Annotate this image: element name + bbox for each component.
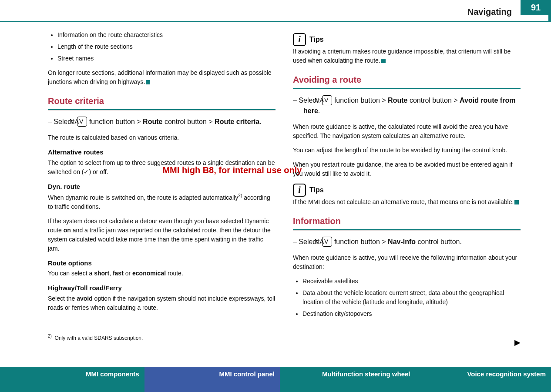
bottom-nav: MMI components MMI control panel Multifu… (0, 367, 551, 392)
section-rule (293, 88, 521, 89)
instruction-step: – Select: NAV function button > Route co… (48, 117, 276, 127)
section-rule (48, 109, 276, 111)
paragraph: When route guidance is active, the calcu… (293, 122, 521, 141)
continue-icon: ▶ (514, 337, 521, 348)
list-item: Information on the route characteristics (57, 30, 276, 40)
sub-heading-alternative-routes: Alternative routes (48, 147, 276, 157)
tab-mmi-control-panel[interactable]: MMI control panel (144, 367, 280, 392)
tips-body: If the MMI does not calculate an alterna… (293, 198, 521, 207)
list-item: Destination city/stopovers (302, 309, 521, 318)
instruction-step: – Select: NAV function button > Nav-Info… (293, 237, 521, 247)
list-item: Length of the route sections (57, 42, 276, 51)
sub-heading-route-options: Route options (48, 258, 276, 268)
tab-voice-recognition-system[interactable]: Voice recognition system (416, 367, 551, 392)
paragraph: When route guidance is active, you will … (293, 253, 521, 271)
list-item: Receivable satellites (302, 277, 521, 286)
paragraph: When dynamic route is switched on, the r… (48, 192, 276, 211)
footnote: 2) Only with a valid SDARS subscription. (48, 333, 276, 342)
info-bullets: Receivable satellites Data about the veh… (293, 277, 521, 318)
nav-button-glyph: NAV (77, 117, 87, 127)
instruction-step: – Select: NAV function button > Route co… (293, 95, 521, 116)
page-number-tab: 91 (521, 0, 551, 15)
tab-multifunction-steering-wheel[interactable]: Multifunction steering wheel (280, 367, 416, 392)
section-end-icon (146, 80, 150, 84)
section-end-icon (514, 200, 519, 204)
intro-paragraph: On longer route sections, additional inf… (48, 68, 276, 87)
header-rule (0, 21, 551, 22)
footnote-rule (48, 330, 113, 330)
section-heading-route-criteria: Route criteria (48, 94, 276, 107)
intro-bullets: Information on the route characteristics… (48, 30, 276, 63)
section-end-icon (381, 59, 386, 63)
tips-body: If avoiding a criterium makes route guid… (293, 47, 521, 65)
right-column: i Tips If avoiding a criterium makes rou… (293, 30, 521, 348)
paragraph: Select the avoid option if the navigatio… (48, 294, 276, 312)
nav-spacer (0, 367, 9, 392)
tips-label: Tips (309, 34, 324, 45)
section-heading-avoiding-route: Avoiding a route (293, 73, 521, 86)
paragraph: When you restart route guidance, the are… (293, 160, 521, 178)
list-item: Street names (57, 54, 276, 63)
sub-heading-dyn-route: Dyn. route (48, 182, 276, 192)
paragraph: The route is calculated based on various… (48, 133, 276, 142)
paragraph: You can adjust the length of the route t… (293, 146, 521, 155)
list-item: Data about the vehicle location: current… (302, 288, 521, 307)
info-icon: i (293, 184, 306, 197)
section-rule (293, 229, 521, 231)
tips-label: Tips (309, 185, 324, 195)
info-icon: i (293, 33, 306, 46)
tab-mmi-components[interactable]: MMI components (9, 367, 144, 392)
sub-heading-highway: Highway/Toll road/Ferry (48, 283, 276, 293)
left-column: Information on the route characteristics… (48, 30, 276, 348)
nav-button-glyph: NAV (322, 237, 333, 247)
paragraph: If the system does not calculate a detou… (48, 217, 276, 253)
section-heading-information: Information (293, 214, 521, 228)
page-title: Navigating (467, 7, 512, 17)
nav-button-glyph: NAV (322, 95, 333, 105)
paragraph: The option to select from up to three su… (48, 158, 276, 177)
paragraph: You can select a short, fast or economic… (48, 269, 276, 278)
